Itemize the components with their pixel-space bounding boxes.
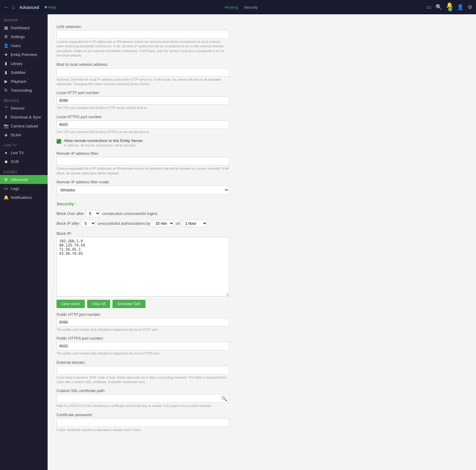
local-https-port-label: Local HTTPS port number: xyxy=(57,115,283,119)
sidebar-item-label: Live TV xyxy=(11,151,24,155)
download-icon: ⬇ xyxy=(4,115,8,119)
sidebar-item-subtitles[interactable]: ▮ Subtitles xyxy=(0,68,48,77)
lan-networks-hint: Comma separated list of IP addresses or … xyxy=(57,40,229,58)
external-domain-input[interactable] xyxy=(57,366,229,374)
clear-select-button[interactable]: Clear select xyxy=(57,300,85,308)
dlna-icon: ◈ xyxy=(4,132,8,137)
local-https-port-input[interactable] xyxy=(57,120,229,129)
sidebar-section-expert: Expert xyxy=(0,166,48,175)
dashboard-icon: ▦ xyxy=(4,25,8,30)
advanced-icon: ⚙ xyxy=(4,177,8,182)
sidebar-item-advanced[interactable]: ⚙ Advanced xyxy=(0,175,48,184)
lan-networks-label: LAN networks: xyxy=(57,24,283,29)
scheduled-task-button[interactable]: Sheduled Task xyxy=(112,300,145,308)
bell-icon[interactable]: 🔔1 xyxy=(446,2,453,13)
layout: Server ▦ Dashboard ⚙ Settings 👤 Users ★ … xyxy=(0,14,476,470)
bind-local-input[interactable] xyxy=(57,68,229,76)
sidebar-item-label: Playback xyxy=(11,79,26,84)
sidebar-item-label: Advanced xyxy=(11,177,28,182)
block-ip-label: Block IP after xyxy=(57,221,79,226)
block-ip-select[interactable]: 3 5 10 xyxy=(81,220,96,227)
security-link[interactable]: Security xyxy=(244,5,258,10)
help-dot xyxy=(45,6,47,8)
remote-ip-filter-mode-select[interactable]: Whitelist Blacklist xyxy=(57,185,229,195)
sidebar-item-label: Notifications xyxy=(11,195,32,200)
cast-icon[interactable]: ▭ xyxy=(426,4,431,10)
sidebar-item-devices[interactable]: 📱 Devices xyxy=(0,104,48,113)
cert-password-hint: If your certificate requires a password,… xyxy=(57,428,229,432)
custom-ssl-input[interactable] xyxy=(57,394,229,403)
sidebar-item-dashboard[interactable]: ▦ Dashboard xyxy=(0,23,48,32)
security-heading: Security : xyxy=(57,201,283,206)
allow-remote-checkbox[interactable] xyxy=(57,139,61,144)
custom-ssl-hint: Path to a PKCS #12 file containing a cer… xyxy=(57,404,229,408)
block-ip-textarea-label: Block IP: xyxy=(57,231,283,236)
sidebar-item-camera-upload[interactable]: 📷 Camera Upload xyxy=(0,121,48,130)
local-http-port-label: Local HTTP port number: xyxy=(57,90,283,95)
notifications-icon: 🔔 xyxy=(4,195,8,200)
public-https-port-input[interactable] xyxy=(57,342,229,350)
dvr-icon: ⏺ xyxy=(4,159,8,164)
sidebar-item-live-tv[interactable]: ● Live TV xyxy=(0,148,48,157)
top-nav: ← ⌂ Advanced Help Hosting Security ▭ 🔍 🔔… xyxy=(0,0,476,14)
block-user-label: Block User after xyxy=(57,211,84,216)
gear-icon[interactable]: ⚙ xyxy=(468,4,472,10)
sidebar-item-label: Devices xyxy=(11,106,24,110)
custom-ssl-input-wrap: 🔍 xyxy=(57,394,229,403)
sidebar-item-download-sync[interactable]: ⬇ Download & Sync xyxy=(0,113,48,121)
block-ip-textarea[interactable]: 192.168.1.9 80.125.74.54 71.56.45.1 43.5… xyxy=(57,237,229,296)
user-icon[interactable]: 👤 xyxy=(457,4,464,10)
search-icon[interactable]: 🔍 xyxy=(436,4,442,10)
ssl-search-button[interactable]: 🔍 xyxy=(221,396,227,401)
sidebar-item-logs[interactable]: ▭ Logs xyxy=(0,184,48,193)
block-user-row: Block User after 3 5 10 consecutive unsu… xyxy=(57,210,283,217)
remote-ip-filter-input[interactable] xyxy=(57,157,229,165)
sidebar-item-users[interactable]: 👤 Users xyxy=(0,41,48,50)
sidebar-item-label: DLNA xyxy=(11,133,21,137)
clear-all-button[interactable]: Clear All xyxy=(87,300,110,308)
premiere-icon: ★ xyxy=(4,52,8,57)
local-http-port-input[interactable] xyxy=(57,96,229,105)
sidebar-item-library[interactable]: ▮ Library xyxy=(0,59,48,68)
sidebar-section-server: Server xyxy=(0,14,48,23)
sidebar-item-dlna[interactable]: ◈ DLNA xyxy=(0,130,48,139)
content-inner: LAN networks: Comma separated list of IP… xyxy=(48,14,292,444)
live-tv-icon: ● xyxy=(4,150,8,155)
help-label: Help xyxy=(48,5,56,10)
sidebar-item-transcoding[interactable]: ↻ Transcoding xyxy=(0,86,48,95)
lan-networks-input[interactable] xyxy=(57,30,229,39)
sidebar-item-settings[interactable]: ⚙ Settings xyxy=(0,32,48,41)
help-button[interactable]: Help xyxy=(45,5,56,10)
sidebar-item-label: Subtitles xyxy=(11,70,26,75)
sidebar-item-emby-premiere[interactable]: ★ Emby Premiere xyxy=(0,50,48,59)
transcoding-icon: ↻ xyxy=(4,88,8,93)
sidebar-item-label: Transcoding xyxy=(11,88,32,93)
sidebar: Server ▦ Dashboard ⚙ Settings 👤 Users ★ … xyxy=(0,14,48,470)
home-icon[interactable]: ⌂ xyxy=(12,4,15,10)
playback-icon: ▶ xyxy=(4,79,8,84)
block-user-select[interactable]: 3 5 10 xyxy=(86,210,100,217)
sidebar-item-label: DVR xyxy=(11,160,19,164)
public-http-port-input[interactable] xyxy=(57,318,229,327)
local-https-port-hint: The TCP port number that Emby's HTTPS se… xyxy=(57,130,229,134)
block-ip-period-select[interactable]: 1 hour 6 hours 24 hours xyxy=(182,220,207,227)
block-ip-duration-select[interactable]: 5 min 15 min 30 min 60 min xyxy=(152,220,174,227)
sidebar-item-label: Settings xyxy=(11,35,25,39)
sidebar-item-label: Dashboard xyxy=(11,26,30,30)
camera-icon: 📷 xyxy=(4,124,8,128)
external-domain-hint: If you have a dynamic DNS, enter it here… xyxy=(57,375,229,385)
cert-password-input[interactable] xyxy=(57,418,229,427)
sidebar-item-dvr[interactable]: ⏺ DVR xyxy=(0,157,48,166)
sidebar-item-label: Camera Upload xyxy=(11,124,38,128)
bind-local-label: Bind to local network address: xyxy=(57,62,283,67)
hosting-link[interactable]: Hosting xyxy=(225,5,238,10)
back-icon[interactable]: ← xyxy=(4,4,9,10)
sidebar-section-livetv: Live TV xyxy=(0,139,48,148)
sidebar-item-notifications[interactable]: 🔔 Notifications xyxy=(0,193,48,202)
local-http-port-hint: The TCP port number that Emby's HTTP ser… xyxy=(57,106,229,110)
block-ip-mid-text: unsuccessful authorizations by xyxy=(98,221,150,226)
users-icon: 👤 xyxy=(4,43,8,48)
action-buttons: Clear select Clear All Sheduled Task xyxy=(57,300,229,308)
block-ip-row: Block IP after 3 5 10 unsuccessful autho… xyxy=(57,220,283,227)
sidebar-item-playback[interactable]: ▶ Playback xyxy=(0,77,48,86)
